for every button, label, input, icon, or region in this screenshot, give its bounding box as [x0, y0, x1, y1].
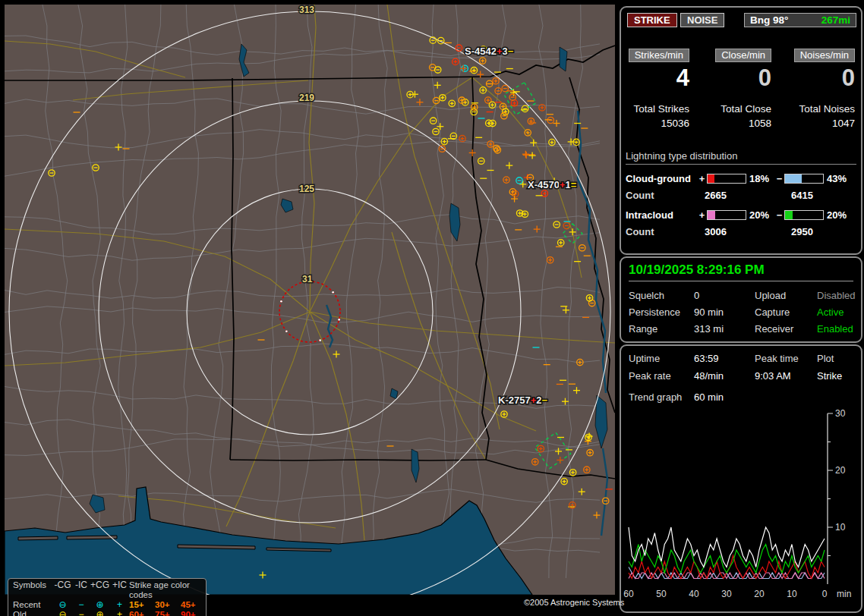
x-tick-label: 60 — [623, 589, 634, 599]
lightning-map[interactable]: 31321912531S-4542+3−X-4570+1=K-2757+2− — [5, 5, 615, 595]
status-label: Range — [629, 323, 694, 335]
total-strikes-value: 15036 — [661, 118, 689, 129]
strike-stats-panel: STRIKE NOISE Bng 98° 267mi Strikes/min 4… — [620, 6, 862, 255]
minus-sign: − — [774, 173, 784, 184]
map[interactable]: 31321912531S-4542+3−X-4570+1=K-2757+2− — [5, 5, 615, 595]
cg-minus-count: 6415 — [791, 190, 856, 201]
status-value: Disabled — [817, 290, 856, 301]
session-panel: Uptime 63:59 Peak time Plot Peak rate 48… — [620, 344, 862, 613]
legend-header: +IC — [110, 580, 129, 600]
status-label: Receiver — [755, 323, 817, 335]
total-noises-value: 1047 — [832, 118, 855, 129]
ic-plus-percent: 20% — [746, 209, 774, 221]
uptime-label: Uptime — [629, 353, 694, 364]
barrier-island — [18, 536, 58, 540]
x-tick-label: 40 — [689, 589, 699, 599]
intracloud-row: Intracloud + 20% − 20% — [626, 209, 856, 221]
close-per-min-button[interactable]: Close/min — [715, 49, 771, 62]
legend-header: +CG — [90, 580, 110, 600]
ic-plus-bar — [707, 210, 746, 220]
distribution-title: Lightning type distribution — [626, 150, 856, 165]
map-legend: Symbols-CG-IC+CG+ICStrike age color code… — [8, 578, 207, 616]
legend-age-code: 60+ — [129, 610, 155, 616]
ring-distance-label: 125 — [299, 184, 314, 194]
x-tick-label: 30 — [721, 589, 732, 599]
legend-row-label: Recent — [13, 600, 52, 610]
peak-rate-label: Peak rate — [629, 370, 694, 382]
alarm-ring-dot — [332, 291, 334, 294]
status-value: Active — [817, 306, 856, 318]
legend-row-label: Old — [13, 610, 52, 616]
intracloud-label: Intracloud — [626, 209, 697, 221]
alarm-ring-dot — [338, 319, 340, 321]
y-tick-label: 30 — [835, 408, 846, 419]
alarm-ring-dot — [319, 339, 321, 341]
plot-mode-value[interactable]: Strike — [817, 370, 853, 382]
cg-plus-percent: 18% — [746, 173, 774, 184]
total-strikes-label: Total Strikes — [633, 103, 689, 115]
strikes-per-min-column: Strikes/min 4 Total Strikes 15036 — [624, 49, 689, 129]
noise-mode-button[interactable]: NOISE — [680, 13, 724, 27]
storm-cell-label[interactable]: X-4570+1= — [528, 179, 577, 190]
trend-graph-label: Trend graph — [629, 391, 694, 403]
session-grid: Uptime 63:59 Peak time Plot Peak rate 48… — [629, 353, 853, 382]
copyright-text: ©2005 Astrogenic Systems — [524, 598, 624, 607]
uptime-value: 63:59 — [694, 353, 755, 364]
legend-age-code: 30+ — [155, 600, 181, 610]
noises-per-min-value: 0 — [842, 65, 855, 90]
total-close-label: Total Close — [721, 103, 771, 115]
storm-cell-label[interactable]: S-4542+3− — [465, 46, 514, 57]
strikes-per-min-button[interactable]: Strikes/min — [629, 49, 689, 62]
peak-rate-value: 48/min — [694, 370, 755, 382]
trend-graph-window[interactable]: 60 min — [694, 391, 853, 403]
bearing-value: Bng 98° — [750, 14, 788, 26]
state-border — [230, 460, 486, 460]
trend-series-total-strikes — [629, 527, 825, 567]
close-per-min-value: 0 — [758, 65, 771, 90]
distance-value: 267mi — [821, 14, 850, 26]
total-close-value: 1058 — [749, 118, 771, 129]
legend-age-code: 75+ — [155, 610, 181, 616]
status-label: Upload — [755, 290, 817, 301]
ic-minus-icon: − — [73, 610, 90, 616]
legend-header: Symbols — [13, 580, 52, 600]
peak-time-label: Peak time — [755, 353, 817, 364]
plus-sign: + — [697, 173, 707, 184]
intracloud-counts: Count 3006 2950 — [626, 226, 856, 237]
status-value: Enabled — [817, 323, 856, 335]
trend-graph: 1020306050403020100min — [623, 408, 861, 608]
ic-plus-icon: + — [110, 610, 129, 616]
ring-distance-label: 31 — [302, 274, 313, 284]
count-label: Count — [626, 190, 705, 201]
close-per-min-column: Close/min 0 Total Close 1058 — [706, 49, 771, 129]
status-label: Persistence — [629, 306, 694, 318]
ring-distance-label: 313 — [299, 5, 314, 15]
strike-mode-button[interactable]: STRIKE — [627, 13, 677, 27]
plus-sign: + — [697, 209, 707, 221]
ic-minus-count: 2950 — [791, 226, 856, 237]
strikes-per-min-value: 4 — [676, 65, 689, 90]
status-panel: 10/19/2025 8:29:16 PM Squelch0UploadDisa… — [620, 256, 862, 343]
alarm-ring-dot — [280, 300, 282, 303]
cg-plus-icon: ⊕ — [90, 610, 110, 616]
x-tick-label: 50 — [656, 589, 667, 599]
legend-age-code: 45+ — [181, 600, 207, 610]
noises-per-min-button[interactable]: Noises/min — [794, 49, 855, 62]
storm-cell-label[interactable]: K-2757+2− — [498, 394, 547, 406]
cg-minus-icon: ⊖ — [52, 610, 73, 616]
status-value: 0 — [694, 290, 755, 301]
bearing-readout: Bng 98° 267mi — [744, 13, 856, 27]
ic-minus-percent: 20% — [824, 209, 854, 221]
cg-plus-bar — [707, 174, 746, 184]
y-tick-label: 10 — [835, 522, 846, 533]
ic-plus-count: 3006 — [705, 226, 791, 237]
cg-minus-bar — [784, 174, 824, 184]
status-grid: Squelch0UploadDisabledPersistence90 minC… — [629, 290, 853, 335]
lightning-type-distribution: Lightning type distribution Cloud-ground… — [626, 150, 856, 237]
cloud-ground-label: Cloud-ground — [626, 173, 697, 184]
ic-minus-bar — [784, 210, 824, 220]
cg-plus-count: 2665 — [705, 190, 791, 201]
status-label: Capture — [755, 306, 817, 318]
cloud-ground-row: Cloud-ground + 18% − 43% — [626, 173, 856, 184]
x-tick-label: 0 — [822, 589, 828, 599]
